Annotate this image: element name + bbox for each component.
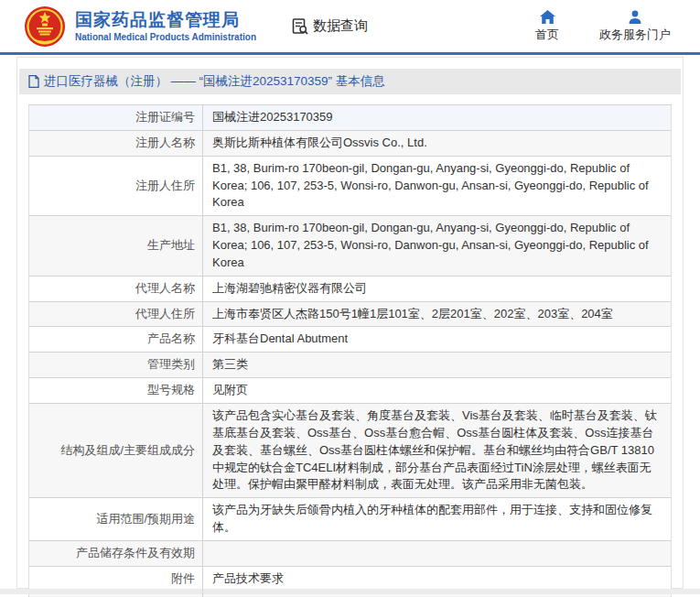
table-row: 适用范围/预期用途该产品为牙缺失后颌骨内植入的牙种植体的配套用部件，用于连接、支… [29,498,671,541]
row-label: 产品储存条件及有效期 [29,541,203,566]
row-label: 生产地址 [29,216,203,276]
table-row: 管理类别第三类 [29,353,671,378]
site-title: 国家药品监督管理局 [75,10,256,31]
data-query-menu[interactable]: 数据查询 [291,17,368,36]
row-value: 该产品包含实心基台及套装、角度基台及套装、Vis基台及套装、临时基台及套装、钛基… [203,404,671,497]
row-value: 上海湖碧驰精密仪器有限公司 [203,277,671,301]
row-value: 牙科基台Dental Abutment [203,327,671,352]
row-label: 注册人名称 [29,131,203,156]
breadcrumb-text: 进口医疗器械（注册） —— “国械注进20253170359” 基本信息 [44,73,385,90]
row-label: 适用范围/预期用途 [29,498,203,540]
row-value [203,541,671,566]
site-subtitle: National Medical Products Administration [75,32,256,42]
row-label: 附件 [29,567,203,592]
table-row: 其他内容无 [29,592,671,597]
nav-gov-portal-label: 政务服务门户 [599,27,671,43]
table-row: 产品名称牙科基台Dental Abutment [29,327,671,353]
row-value: 国械注进20253170359 [203,105,671,130]
content-panel: 进口医疗器械（注册） —— “国械注进20253170359” 基本信息 注册证… [16,57,684,589]
table-row: 附件产品技术要求 [29,567,671,592]
table-row: 代理人名称上海湖碧驰精密仪器有限公司 [29,277,671,302]
table-row: 结构及组成/主要组成成分该产品包含实心基台及套装、角度基台及套装、Vis基台及套… [29,404,671,498]
table-row: 注册人名称奥斯比斯种植体有限公司Ossvis Co., Ltd. [29,131,671,157]
row-label: 管理类别 [29,353,203,377]
row-label: 注册证编号 [29,105,203,130]
row-label: 结构及组成/主要组成成分 [29,404,203,497]
document-icon [28,75,39,88]
row-value: 产品技术要求 [203,567,671,592]
nav-home[interactable]: 首页 [535,10,559,43]
row-label: 代理人名称 [29,277,203,301]
nav-home-label: 首页 [535,27,559,43]
row-value: 无 [203,592,671,597]
brand: 国家药品监督管理局 National Medical Products Admi… [75,10,256,42]
table-row: 注册人住所B1, 38, Burim-ro 170beon-gil, Donga… [29,157,671,217]
table-row: 产品储存条件及有效期 [29,541,671,567]
info-table: 注册证编号国械注进20253170359注册人名称奥斯比斯种植体有限公司Ossv… [28,104,672,597]
row-value: 第三类 [203,353,671,377]
home-icon [540,10,555,24]
row-value: B1, 38, Burim-ro 170beon-gil, Dongan-gu,… [203,157,671,216]
table-row: 代理人住所上海市奉贤区人杰路150号1幢1层101室、2层201室、202室、2… [29,302,671,328]
table-row: 注册证编号国械注进20253170359 [29,105,671,131]
data-query-icon [291,17,309,36]
row-value: 上海市奉贤区人杰路150号1幢1层101室、2层201室、202室、203室、2… [203,302,671,327]
row-label: 注册人住所 [29,157,203,216]
row-label: 型号规格 [29,378,203,403]
table-row: 型号规格见附页 [29,378,671,404]
row-label: 其他内容 [29,592,203,597]
row-value: 奥斯比斯种植体有限公司Ossvis Co., Ltd. [203,131,671,156]
row-value: 见附页 [203,378,671,403]
row-value: B1, 38, Burim-ro 170beon-gil, Dongan-gu,… [203,216,671,276]
row-value: 该产品为牙缺失后颌骨内植入的牙种植体的配套用部件，用于连接、支持和固位修复体。 [203,498,671,540]
nav-gov-portal[interactable]: 政务服务门户 [599,10,671,43]
row-label: 产品名称 [29,327,203,352]
row-label: 代理人住所 [29,302,203,327]
data-query-label: 数据查询 [313,17,368,35]
header: 国家药品监督管理局 National Medical Products Admi… [0,0,700,55]
national-emblem-logo [24,5,66,48]
table-row: 生产地址B1, 38, Burim-ro 170beon-gil, Dongan… [29,216,671,277]
header-nav: 首页 政务服务门户 [535,10,678,43]
breadcrumb: 进口医疗器械（注册） —— “国械注进20253170359” 基本信息 [19,69,681,94]
user-icon [628,10,642,24]
